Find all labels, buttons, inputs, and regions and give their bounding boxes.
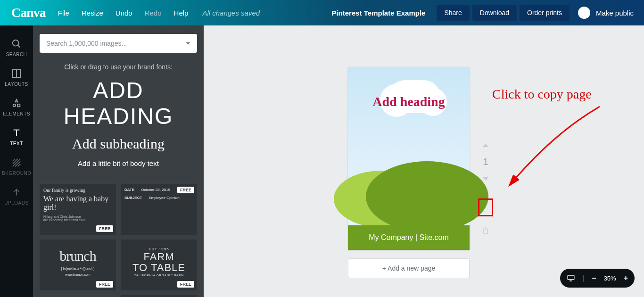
- rail-background[interactable]: BKGROUND: [0, 152, 33, 182]
- layouts-icon: [11, 68, 22, 79]
- zoom-in-button[interactable]: +: [624, 274, 628, 282]
- template-brunch[interactable]: brunch [ br(eakfast) + (l)unch ] www.bru…: [40, 239, 116, 290]
- rail-layouts[interactable]: LAYOUTS: [0, 63, 33, 92]
- rail-label: BKGROUND: [2, 171, 31, 176]
- add-heading-button[interactable]: Add heading: [40, 77, 197, 129]
- copy-icon: [485, 203, 486, 212]
- svg-point-0: [13, 40, 19, 46]
- page-wrapper: Add heading My Company | Site.com 1: [348, 67, 493, 250]
- page-number: 1: [483, 157, 488, 167]
- svg-line-11: [15, 161, 20, 166]
- page-footer-text[interactable]: My Company | Site.com: [348, 225, 470, 250]
- menu-redo[interactable]: Redo: [145, 9, 162, 17]
- rail-label: ELEMENTS: [3, 111, 30, 116]
- trash-icon: [482, 227, 489, 234]
- svg-rect-17: [484, 229, 487, 233]
- search-icon: [11, 39, 22, 49]
- template-line: Hillary and Chris Johnson: [43, 215, 112, 218]
- app-logo[interactable]: Canva: [6, 5, 51, 20]
- rail-label: TEXT: [10, 141, 23, 146]
- tool-rail: SEARCH LAYOUTS ELEMENTS TEXT BKGROUND UP…: [0, 25, 33, 297]
- svg-rect-15: [485, 207, 486, 207]
- text-templates-grid: Our family is growing. We are having a b…: [40, 184, 197, 297]
- text-panel: Search 1,000,000 images... Click or drag…: [33, 25, 204, 297]
- annotation-arrow: [487, 101, 619, 205]
- chevron-down-icon: [483, 177, 488, 181]
- make-public-toggle[interactable]: Make public: [596, 9, 634, 17]
- page-move-down-button[interactable]: [478, 171, 493, 186]
- add-body-text-button[interactable]: Add a little bit of body text: [40, 159, 197, 167]
- hill-graphic: [366, 161, 488, 232]
- rail-label: SEARCH: [6, 52, 27, 57]
- svg-line-1: [18, 45, 20, 48]
- rail-text[interactable]: TEXT: [0, 122, 33, 152]
- add-new-page-button[interactable]: + Add a new page: [348, 258, 470, 278]
- template-value: October 25, 2019: [141, 188, 170, 192]
- svg-marker-4: [15, 99, 18, 102]
- template-line: Our family is growing.: [43, 188, 112, 193]
- template-line: are expecting their third child: [43, 218, 112, 222]
- menu-file[interactable]: File: [58, 9, 69, 17]
- template-line: [ br(eakfast) + (l)unch ]: [43, 267, 112, 270]
- menu-undo[interactable]: Undo: [116, 9, 132, 17]
- chevron-up-icon: [483, 144, 488, 147]
- template-line: www.brunch.com: [43, 273, 112, 276]
- svg-point-5: [13, 104, 16, 107]
- template-line: brunch: [43, 248, 112, 264]
- tutorial-annotation: Click to copy page: [492, 87, 592, 102]
- design-page[interactable]: Add heading My Company | Site.com: [348, 67, 470, 250]
- template-value: Employee Opinion: [149, 196, 179, 200]
- zoom-out-button[interactable]: –: [592, 274, 596, 282]
- svg-line-10: [13, 159, 18, 164]
- save-status: All changes saved: [202, 9, 260, 17]
- svg-line-12: [13, 159, 16, 162]
- template-label: DATE: [124, 188, 134, 192]
- free-badge: FREE: [177, 281, 194, 288]
- free-badge: FREE: [96, 281, 113, 288]
- chevron-down-icon: [186, 42, 190, 45]
- free-badge: FREE: [96, 225, 113, 232]
- template-memo[interactable]: DATEOctober 25, 2019 SUBJECTEmployee Opi…: [121, 184, 197, 235]
- rail-label: LAYOUTS: [5, 82, 28, 87]
- rail-label: UPLOADS: [4, 200, 28, 206]
- zoom-control: | – 35% +: [560, 269, 635, 288]
- template-icecream[interactable]: YOU'RE INVITED TO AN Ice Cream Party SEP…: [121, 295, 197, 297]
- page-move-up-button[interactable]: [478, 138, 493, 153]
- elements-icon: [11, 98, 22, 108]
- panel-divider: [40, 178, 197, 178]
- image-search-input[interactable]: Search 1,000,000 images...: [40, 34, 197, 53]
- delete-page-button[interactable]: [478, 223, 493, 238]
- template-line: We are having a baby girl!: [43, 195, 112, 212]
- canvas-area: Add heading My Company | Site.com 1 Clic…: [204, 25, 644, 297]
- template-line: FARM: [124, 252, 193, 262]
- template-line: TO TABLE: [124, 263, 193, 273]
- user-avatar[interactable]: [578, 7, 590, 19]
- rail-search[interactable]: SEARCH: [0, 33, 33, 63]
- add-subheading-button[interactable]: Add subheading: [40, 136, 197, 152]
- background-icon: [11, 157, 22, 168]
- document-title[interactable]: Pinterest Template Example: [331, 9, 425, 17]
- order-prints-button[interactable]: Order prints: [520, 5, 570, 21]
- page-side-controls: 1: [478, 138, 493, 238]
- svg-rect-20: [568, 275, 574, 280]
- svg-rect-6: [17, 104, 20, 107]
- download-button[interactable]: Download: [472, 5, 517, 21]
- presentation-icon[interactable]: [567, 274, 575, 282]
- free-badge: FREE: [177, 187, 194, 193]
- menu-resize[interactable]: Resize: [82, 9, 103, 17]
- template-line: CALIFORNIA ORGANIC FARM: [124, 274, 193, 277]
- top-bar: Canva File Resize Undo Redo Help All cha…: [0, 0, 644, 25]
- share-button[interactable]: Share: [437, 5, 469, 21]
- page-heading-text[interactable]: Add heading: [348, 94, 470, 109]
- menu-help[interactable]: Help: [174, 9, 189, 17]
- search-placeholder: Search 1,000,000 images...: [46, 40, 127, 47]
- rail-uploads[interactable]: UPLOADS: [0, 182, 33, 211]
- rail-elements[interactable]: ELEMENTS: [0, 92, 33, 122]
- template-farm[interactable]: EST 1995 FARM TO TABLE CALIFORNIA ORGANI…: [121, 239, 197, 290]
- text-icon: [11, 128, 22, 138]
- template-baby[interactable]: Our family is growing. We are having a b…: [40, 184, 116, 235]
- upload-icon: [11, 187, 22, 198]
- copy-page-button[interactable]: [478, 198, 493, 216]
- zoom-value[interactable]: 35%: [604, 275, 616, 282]
- main-menu: File Resize Undo Redo Help: [58, 9, 189, 17]
